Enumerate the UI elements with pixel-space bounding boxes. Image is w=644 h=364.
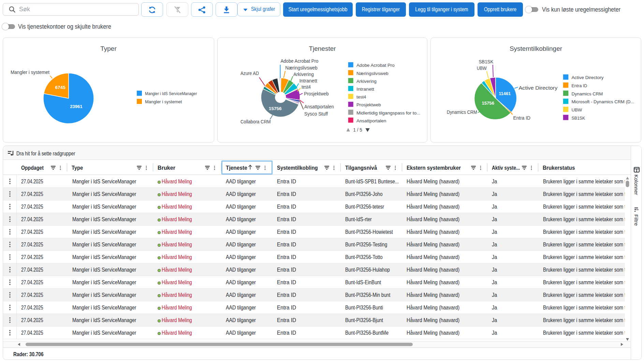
svg-text:Microsoft - Dynamics CRM (D...: Microsoft - Dynamics CRM (D...: [571, 99, 634, 104]
svg-text:11461: 11461: [499, 91, 511, 96]
svg-text:Arkivering: Arkivering: [293, 72, 314, 77]
svg-text:Midlertidig tilgangspass for t: Midlertidig tilgangspass for to...: [356, 110, 420, 116]
svg-text:Ansattportalen: Ansattportalen: [356, 118, 386, 123]
svg-text:Dynamics CRM: Dynamics CRM: [571, 91, 603, 96]
svg-text:Ansattportalen: Ansattportalen: [304, 104, 334, 109]
svg-text:Intranett: Intranett: [356, 87, 374, 92]
svg-text:Azure AD: Azure AD: [240, 71, 259, 76]
svg-text:6745: 6745: [55, 85, 65, 90]
svg-text:Adobe Acrobat Pro: Adobe Acrobat Pro: [356, 63, 395, 68]
svg-text:SB1SK: SB1SK: [571, 116, 585, 121]
svg-text:test4: test4: [356, 94, 366, 100]
svg-text:Entra ID: Entra ID: [571, 83, 587, 88]
svg-text:SB1SK: SB1SK: [479, 59, 494, 64]
svg-text:UBW: UBW: [571, 107, 582, 112]
svg-text:Active Directory: Active Directory: [571, 75, 604, 80]
svg-text:15756: 15756: [482, 101, 494, 106]
svg-text:Active Directory: Active Directory: [518, 85, 557, 91]
svg-text:1 / 5: 1 / 5: [353, 127, 362, 133]
svg-text:Prosjektweb: Prosjektweb: [356, 102, 381, 107]
svg-text:Collabora CRM: Collabora CRM: [240, 119, 271, 124]
svg-text:Intranett: Intranett: [299, 78, 317, 84]
svg-text:Dynamics CRM: Dynamics CRM: [447, 109, 477, 115]
svg-text:UBW: UBW: [477, 65, 487, 71]
svg-text:Entra ID: Entra ID: [513, 115, 531, 121]
svg-text:Næringslivsweb: Næringslivsweb: [285, 65, 318, 71]
svg-text:Adobe Acrobat Pro: Adobe Acrobat Pro: [280, 58, 318, 64]
svg-text:Mangler i IdS ServiceManager: Mangler i IdS ServiceManager: [145, 91, 197, 96]
svg-text:Mangler i systemet: Mangler i systemet: [145, 99, 182, 104]
svg-text:Mangler i systemet: Mangler i systemet: [11, 70, 49, 75]
svg-text:Næringslivsweb: Næringslivsweb: [356, 71, 389, 76]
svg-text:15756: 15756: [269, 106, 282, 111]
svg-text:Prosjektweb: Prosjektweb: [304, 91, 328, 96]
svg-text:test4: test4: [302, 84, 311, 90]
svg-text:23961: 23961: [70, 104, 83, 109]
svg-text:Sysco Stuff: Sysco Stuff: [304, 111, 328, 117]
svg-text:Arkivering: Arkivering: [356, 79, 377, 84]
